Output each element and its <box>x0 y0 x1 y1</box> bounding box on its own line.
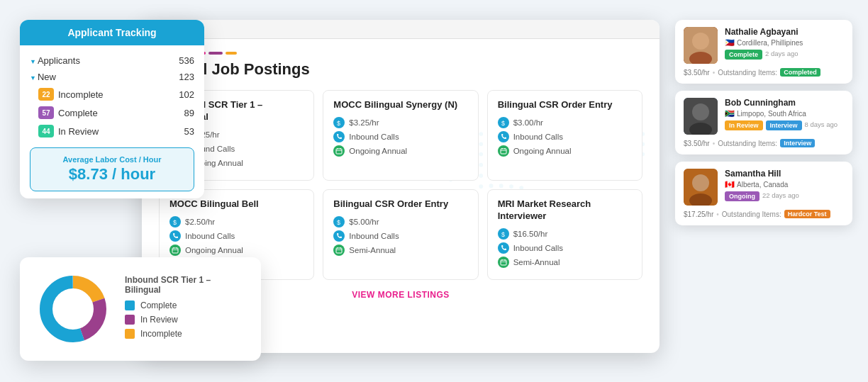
svg-point-131 <box>692 103 709 120</box>
candidate-name: Bob Cunningham <box>725 98 844 108</box>
time-ago: 2 days ago <box>765 50 798 60</box>
job-type: Inbound Calls <box>333 230 467 242</box>
dollar-icon: $ <box>333 117 345 128</box>
outstanding-label: Outstanding Items: <box>718 140 777 147</box>
status-badge: In Review <box>725 120 763 130</box>
svg-rect-123 <box>501 260 506 265</box>
job-title: MOCC Bilingual Bell <box>169 198 304 210</box>
calendar-icon <box>169 245 181 256</box>
stat-row-applicants: ▼Applicants 536 <box>30 52 194 69</box>
calendar-icon <box>498 145 509 157</box>
status-badges: Ongoing 22 days ago <box>725 191 844 201</box>
stage-tag: Hardcor Test <box>784 210 830 218</box>
job-card[interactable]: Bilingual CSR Order Entry $ $3.00/hr Inb… <box>487 90 642 181</box>
stat-label: Incomplete <box>58 89 104 100</box>
legend-label-complete: Complete <box>140 300 177 310</box>
applicant-tracking-card: Applicant Tracking ▼Applicants 536 ▼New … <box>20 20 204 198</box>
label-badge: 44 In Review <box>38 125 99 137</box>
phone-icon <box>498 131 509 142</box>
labor-value: $8.73 / hour <box>36 165 188 184</box>
job-card[interactable]: Bilingual CSR Order Entry $ $5.00/hr Inb… <box>323 189 478 280</box>
flag-icon: 🇿🇦 <box>725 109 735 118</box>
job-type: Inbound Calls <box>498 131 632 142</box>
color-bars <box>159 52 642 55</box>
candidate-card[interactable]: Samantha Hill 🇨🇦 Alberta, Canada Ongoing… <box>675 162 852 225</box>
status-badge: Interview <box>766 120 802 130</box>
dollar-icon: $ <box>169 216 181 227</box>
job-title: MRI Market Research Interviewer <box>498 198 632 223</box>
stage-tag: Interview <box>780 139 815 147</box>
candidate-location: 🇨🇦 Alberta, Canada <box>725 180 844 189</box>
candidate-avatar <box>684 169 718 206</box>
job-rate: $ $16.50/hr <box>498 228 632 240</box>
outstanding-label: Outstanding Items: <box>718 69 777 77</box>
candidate-card[interactable]: Nathalie Agbayani 🇵🇭 Cordillera, Phillip… <box>675 20 852 84</box>
phone-icon <box>333 230 345 242</box>
candidate-bottom: $3.50/hr • Outstanding Items: Interview <box>684 139 844 147</box>
donut-chart-svg <box>34 270 112 348</box>
candidate-top: Bob Cunningham 🇿🇦 Limpopo, South Africa … <box>684 98 844 135</box>
svg-point-134 <box>692 174 709 191</box>
legend-label-inreview: In Review <box>140 315 178 325</box>
candidate-info: Samantha Hill 🇨🇦 Alberta, Canada Ongoing… <box>725 169 844 201</box>
legend-item-complete: Complete <box>125 300 247 310</box>
stat-value: 102 <box>179 89 194 100</box>
stat-value: 89 <box>184 108 194 118</box>
legend-dot-incomplete <box>125 329 135 339</box>
stat-value: 53 <box>184 126 194 137</box>
job-schedule: Ongoing Annual <box>498 145 632 157</box>
legend-item-incomplete: Incomplete <box>125 329 247 339</box>
candidate-top: Nathalie Agbayani 🇵🇭 Cordillera, Phillip… <box>684 27 844 64</box>
donut-legend: Inbound SCR Tier 1 – Bilingual Complete … <box>125 275 247 343</box>
candidate-avatar <box>684 27 718 64</box>
job-schedule: Ongoing Annual <box>169 245 304 256</box>
job-title: Bilingual CSR Order Entry <box>498 99 632 111</box>
stat-value: 123 <box>179 72 194 82</box>
stat-label: Complete <box>58 108 98 118</box>
outstanding-label: Outstanding Items: <box>722 210 781 218</box>
candidate-card[interactable]: Bob Cunningham 🇿🇦 Limpopo, South Africa … <box>675 91 852 155</box>
svg-rect-103 <box>336 149 342 154</box>
badge-incomplete: 22 <box>38 88 54 101</box>
browser-bar <box>142 20 660 39</box>
job-card[interactable]: MOCC Bilingual Synergy (N) $ $3.25/hr In… <box>323 90 478 181</box>
stage-tag: Completed <box>780 68 820 77</box>
card-title: Applicant Tracking <box>67 27 156 38</box>
candidate-bottom: $17.25/hr • Outstanding Items: Hardcor T… <box>684 210 844 218</box>
stat-row-new: ▼New 123 <box>30 69 194 85</box>
badge-inreview: 44 <box>38 125 54 137</box>
rate: $17.25/hr <box>684 210 713 218</box>
svg-text:$: $ <box>173 219 177 225</box>
calendar-icon <box>333 245 345 256</box>
candidate-location: 🇵🇭 Cordillera, Phillipines <box>725 38 844 47</box>
donut-chart-card: Inbound SCR Tier 1 – Bilingual Complete … <box>20 257 261 361</box>
phone-icon <box>169 230 181 242</box>
time-ago: 22 days ago <box>762 191 799 201</box>
stat-row-incomplete: 22 Incomplete 102 <box>30 85 194 103</box>
svg-point-128 <box>692 33 709 50</box>
job-card[interactable]: MRI Market Research Interviewer $ $16.50… <box>487 189 642 280</box>
flag-icon: 🇨🇦 <box>725 180 735 189</box>
svg-rect-108 <box>501 149 506 154</box>
labor-label: Average Labor Cost / Hour <box>36 155 188 164</box>
dollar-icon: $ <box>333 216 345 227</box>
status-badges: In ReviewInterview 8 days ago <box>725 120 844 130</box>
job-title: MOCC Bilingual Synergy (N) <box>333 99 467 111</box>
rate: $3.50/hr <box>684 69 710 77</box>
job-rate: $ $2.50/hr <box>169 216 304 227</box>
calendar-icon <box>333 145 345 157</box>
legend-item-inreview: In Review <box>125 315 247 325</box>
candidate-top: Samantha Hill 🇨🇦 Alberta, Canada Ongoing… <box>684 169 844 206</box>
job-schedule: Semi-Annual <box>333 245 467 256</box>
svg-text:$: $ <box>501 231 505 237</box>
time-ago: 8 days ago <box>805 120 838 130</box>
status-badges: Complete 2 days ago <box>725 50 844 60</box>
job-rate: $ $5.00/hr <box>333 216 467 227</box>
stat-label: In Review <box>58 126 99 137</box>
candidate-bottom: $3.50/hr • Outstanding Items: Completed <box>684 68 844 77</box>
job-rate: $ $3.25/hr <box>333 117 467 128</box>
candidate-info: Bob Cunningham 🇿🇦 Limpopo, South Africa … <box>725 98 844 130</box>
job-type: Inbound Calls <box>169 230 304 242</box>
candidate-name: Nathalie Agbayani <box>725 27 844 37</box>
phone-icon <box>333 131 345 142</box>
